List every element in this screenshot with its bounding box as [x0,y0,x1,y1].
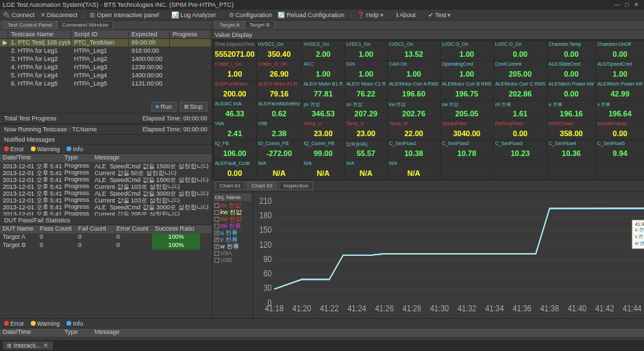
checkbox-icon[interactable] [214,251,219,256]
testcase-row[interactable]: 2. HTPA for Leg1HTPA_Leg1918:00:00 [0,47,212,55]
svg-text:41:32: 41:32 [458,303,476,313]
value-cell: C_SenFlow210.78 [441,140,493,159]
run-button[interactable]: Run [151,102,177,112]
message-row[interactable]: 2013-12-01 오후 5:41:22ProgressALE_SpeedCm… [0,176,212,183]
message-row[interactable]: 2013-12-01 오후 5:41:37ProgressCurrent 값을 … [0,210,212,216]
error-icon [4,321,9,326]
close-icon[interactable]: ✕ [632,1,641,8]
message-row[interactable]: 2013-12-01 오후 5:41:37ProgressALE_SpeedCm… [0,203,212,210]
value-cell: kw 전압202.76 [388,101,440,120]
messages-grid[interactable]: 2013-12-01 오후 5:41:20ProgressALE_SpeedCm… [0,162,212,216]
value-display-grid: Time.ElapsedTime5552071.00HVDC1_On350.40… [212,40,644,181]
value-cell: CAN On1.00 [388,61,440,80]
checkbox-icon[interactable] [214,203,219,208]
reload-config-button[interactable]: 🔄 Reload Configuration [277,12,345,18]
value-cell: IQ_FB106.00 [214,140,256,159]
value-cell: pv 전압346.53 [302,101,344,120]
testcase-row[interactable]: 3. HTPA for Leg2HTPA_Leg21400:00:00 [0,55,212,64]
checkbox-icon[interactable]: ✓ [214,231,219,235]
chart-legend: Obj. Name ov 전압kw 전압sw 전압mi 전류✓u 전류✓v 전류… [212,192,253,318]
value-cell: ALE/AC kVA46.33 [214,101,256,120]
value-cell: OperatingCmd1.00 [441,61,493,80]
testcase-row[interactable]: 6. HTPA for Leg5HTPA_Leg51131:00:00 [0,80,212,88]
svg-text:41:24: 41:24 [347,303,367,313]
legend-item[interactable]: V9B [214,257,251,263]
bottom-filter-info[interactable]: Info [66,320,83,327]
warning-icon [31,146,36,151]
tab-inspection[interactable]: Inspection [279,181,313,190]
value-cell: ALE/StateCmd0.00 [547,61,595,80]
message-row[interactable]: 2013-12-01 오후 5:41:20ProgressALE_SpeedCm… [0,162,212,169]
tab-test-control[interactable]: Test Control Panel [3,21,57,29]
stats-row: Target B000100% [0,242,212,250]
value-cell: mi 전류1.61 [494,101,547,120]
bottom-filter-error[interactable]: Error [4,320,24,327]
about-button[interactable]: ℹ About [396,12,416,18]
value-cell: ALE/FarmMotVelHz0.62 [257,101,301,120]
minimize-icon[interactable]: — [612,1,622,8]
bottom-filter-warning[interactable]: Warning [31,320,60,327]
checkbox-icon[interactable] [214,217,219,222]
testcase-row[interactable]: 4. HTPA for Leg3HTPA_Leg31239:00:00 [0,64,212,72]
svg-text:41:30: 41:30 [430,303,449,313]
value-cell: ALE/Fault_Code0.00 [214,160,256,179]
play-icon [156,105,160,109]
value-cell: u 전류196.16 [547,101,595,120]
value-cell: CmdCurrent205.00 [494,61,547,80]
config-button[interactable]: ⚙ Configuration [229,12,273,18]
title-bar: LGE Test Automation System(TAS) - BTS Te… [0,0,644,10]
value-cell: ov 전압207.29 [345,101,387,120]
message-row[interactable]: 2013-12-01 오후 5:41:25ProgressALE_SpeedCm… [0,190,212,196]
svg-text:41:28: 41:28 [402,303,421,313]
legend-item[interactable]: V9A [214,250,251,257]
task-close-icon[interactable]: ✕ [43,342,49,349]
message-row[interactable]: 2013-12-01 오후 5:41:22ProgressCurrent 값을 … [0,183,212,190]
warning-icon [31,321,36,326]
filter-error[interactable]: Error [4,146,24,153]
svg-text:41:36: 41:36 [512,303,532,313]
checkbox-icon[interactable]: ✓ [214,237,219,242]
task-button-interactive[interactable]: ⊞ Interacti... ✕ [3,341,53,350]
svg-text:180: 180 [259,210,272,220]
filter-info[interactable]: Info [66,146,83,153]
help-button[interactable]: ❓ Help ▾ [357,12,384,18]
connect-button[interactable]: 🔌 Connect [3,12,35,18]
svg-text:41:42: 41:42 [595,303,613,313]
log-analyzer-button[interactable]: 📊 Log Analyzer [171,12,216,18]
message-row[interactable]: 2013-12-01 오후 5:41:25ProgressCurrent 값을 … [0,196,212,203]
svg-text:90: 90 [263,254,272,264]
stats-row: Target A000100% [0,233,212,242]
checkbox-icon[interactable] [214,258,219,263]
test-button[interactable]: ✔ Test ▾ [428,12,451,18]
tab-command-window[interactable]: Command Window [57,21,113,29]
app-title: LGE Test Automation System(TAS) - BTS Te… [3,1,234,8]
value-cell: ALE/Mech Power kW42.99 [596,81,644,100]
stop-button[interactable]: Stop [179,102,208,112]
value-cell: C_SenFlow310.23 [494,140,547,159]
notified-messages-label: Notified Messages [4,136,55,143]
checkbox-icon[interactable] [214,224,219,229]
svg-text:41:44: 41:44 [623,303,642,313]
tab-target-b[interactable]: Target B [245,21,275,29]
maximize-icon[interactable]: □ [622,1,632,8]
svg-text:150: 150 [259,225,272,235]
legend-item[interactable]: ✓w 전류 [214,243,251,250]
disconnect-button[interactable]: ✕ Disconnect [40,12,78,18]
checkbox-icon[interactable] [214,210,219,215]
chart-canvas[interactable]: 030609012015018021041:1841:2041:2241:244… [253,192,644,318]
tab-chart1[interactable]: Chart #1 [215,181,246,190]
filter-warning[interactable]: Warning [31,146,60,153]
value-cell: ALE/Motor Curr A RMS196.60 [388,81,440,100]
total-test-progress-label: Total Test Progress [4,115,56,122]
svg-text:41:34: 41:34 [485,303,504,313]
checkbox-icon[interactable]: ✓ [214,244,219,249]
testcase-row[interactable]: 5. HTPA for Leg4HTPA_Leg41400:00:00 [0,72,212,80]
testcase-grid[interactable]: ▶1. PTC Test( 105 cycle )PTC_TestMain99:… [0,39,212,101]
value-cell: ALE/FurdPress200.00 [214,81,256,100]
message-row[interactable]: 2013-12-01 오후 5:41:20ProgressCurrent 값을 … [0,169,212,176]
testcase-row[interactable]: ▶1. PTC Test( 105 cycle )PTC_TestMain99:… [0,39,212,47]
open-panel-button[interactable]: ⊞ Open Interactive panel [90,12,159,18]
value-cell: C_SenFlow59.94 [596,140,644,159]
tab-chart2[interactable]: Chart #2 [247,181,277,190]
tab-target-a[interactable]: Target A [215,21,245,29]
